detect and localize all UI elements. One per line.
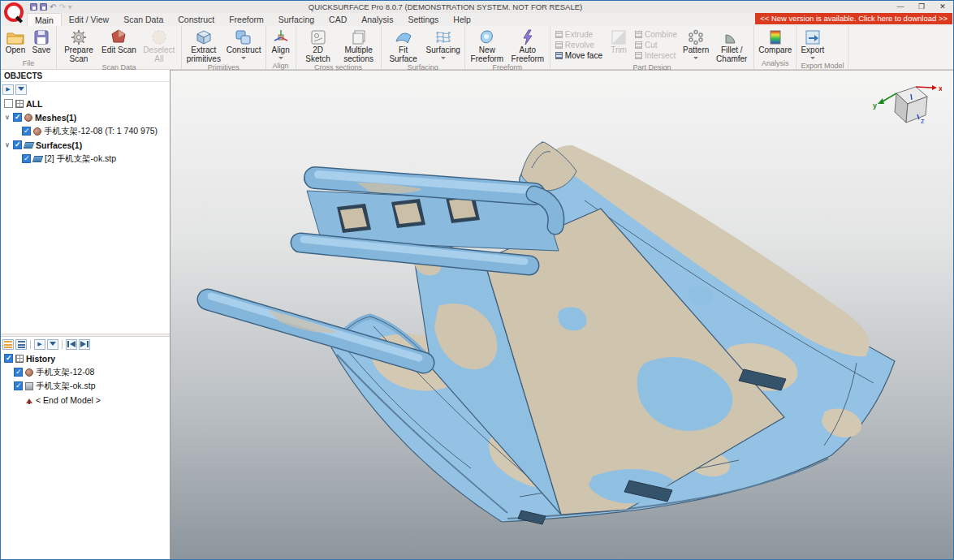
update-banner[interactable]: << New version is available. Click here …: [755, 13, 952, 24]
move-face-button[interactable]: Move face: [554, 50, 604, 61]
history-row-root[interactable]: History: [1, 351, 170, 365]
quick-access-toolbar: ↶ ↷ ▾: [30, 2, 72, 12]
deselect-all-button[interactable]: Deselect All: [139, 27, 179, 63]
align-button[interactable]: Align: [268, 27, 294, 62]
app-logo-icon[interactable]: [4, 2, 24, 22]
checkbox[interactable]: [4, 99, 13, 108]
viewport-3d[interactable]: x y z: [171, 70, 953, 559]
ribbon-group-export-model: Export Export Model: [796, 26, 848, 69]
tab-construct[interactable]: Construct: [171, 13, 222, 26]
minimize-button[interactable]: —: [890, 1, 911, 13]
surface-icon: [24, 142, 35, 149]
checkbox[interactable]: [14, 381, 23, 390]
fit-surface-button[interactable]: Fit Surface: [383, 27, 424, 63]
collapse-arrow-icon[interactable]: ∨: [4, 114, 11, 121]
tab-cad[interactable]: CAD: [322, 13, 354, 26]
tab-edit-view[interactable]: Edit / View: [62, 13, 116, 26]
collapse-arrow-icon[interactable]: ∨: [4, 141, 11, 149]
prepare-scan-button[interactable]: Prepare Scan: [58, 27, 99, 63]
history-row-end-of-model[interactable]: < End of Model >: [1, 393, 170, 407]
undo-icon[interactable]: ↶: [50, 3, 56, 11]
checkbox[interactable]: [22, 154, 31, 163]
mesh-icon: [24, 114, 32, 122]
multiple-sections-button[interactable]: Multiple sections: [339, 27, 379, 63]
trim-button[interactable]: Trim: [606, 27, 632, 55]
construct-button[interactable]: Construct: [224, 27, 264, 63]
app-window: ↶ ↷ ▾ QUICKSURFACE Pro 8.0.7 (DEMONSTRAT…: [0, 0, 954, 560]
filter-icon[interactable]: [15, 84, 27, 95]
dashed-circle-icon: [151, 28, 167, 46]
2d-sketch-button[interactable]: 2D Sketch: [298, 27, 339, 63]
checkbox[interactable]: [4, 354, 13, 363]
pattern-button[interactable]: Pattern: [680, 27, 711, 62]
tab-scan-data[interactable]: Scan Data: [116, 13, 171, 26]
filter-icon[interactable]: [47, 339, 58, 350]
tree-row-all[interactable]: ALL: [1, 97, 170, 110]
intersect-button[interactable]: Intersect: [633, 50, 679, 61]
mesh-icon: [33, 127, 41, 136]
orientation-gizmo[interactable]: x y z: [872, 77, 942, 134]
export-button[interactable]: Export: [798, 27, 827, 62]
title-bar: ↶ ↷ ▾ QUICKSURFACE Pro 8.0.7 (DEMONSTRAT…: [1, 1, 953, 13]
redo-icon[interactable]: ↷: [58, 3, 65, 11]
edit-scan-button[interactable]: Edit Scan: [99, 27, 139, 63]
toolbar-options-icon[interactable]: ▾: [68, 3, 72, 11]
new-freeform-button[interactable]: New Freeform: [467, 27, 507, 63]
cut-icon: [635, 41, 642, 49]
revolve-button[interactable]: Revolve: [554, 40, 604, 50]
show-all-icon[interactable]: ▶: [2, 84, 14, 95]
checkbox[interactable]: [22, 127, 31, 136]
checkbox[interactable]: [13, 140, 22, 149]
ribbon-group-scan-data: Prepare Scan Edit Scan Deselect All Scan…: [57, 26, 182, 69]
tree-view-icon[interactable]: [15, 339, 27, 350]
tree-row-surfaces[interactable]: ∨ Surfaces(1): [1, 138, 170, 152]
history-row-mesh[interactable]: 手机支架-12-08: [1, 365, 170, 379]
tab-analysis[interactable]: Analysis: [354, 13, 400, 26]
auto-freeform-button[interactable]: Auto Freeform: [507, 27, 548, 63]
tab-settings[interactable]: Settings: [400, 13, 446, 26]
patch-icon: [395, 28, 412, 46]
checkbox[interactable]: [14, 368, 23, 377]
history-row-part[interactable]: 手机支架-ok.stp: [1, 379, 170, 393]
tab-freeform[interactable]: Freeform: [222, 13, 271, 26]
extrude-button[interactable]: Extrude: [554, 29, 604, 40]
mesh-gem-icon: [110, 28, 127, 46]
skip-to-start-icon[interactable]: [66, 339, 77, 350]
tree-row-mesh-item[interactable]: 手机支架-12-08 (T: 1 740 975): [1, 124, 170, 138]
compare-button[interactable]: Compare: [756, 27, 794, 59]
extrude-icon: [555, 31, 563, 38]
show-all-icon[interactable]: ▶: [34, 339, 45, 350]
close-button[interactable]: ✕: [932, 1, 953, 13]
ribbon-group-part-design: Extrude Revolve Move face Trim Combine C…: [550, 26, 754, 69]
open-button[interactable]: Open: [2, 27, 28, 59]
surfacing-button[interactable]: Surfacing: [424, 27, 463, 63]
combine-button[interactable]: Combine: [633, 29, 679, 40]
extract-primitives-button[interactable]: Extract primitives: [183, 27, 224, 63]
maximize-button[interactable]: ❐: [911, 1, 932, 13]
ribbon-group-align: Align Align: [266, 26, 296, 69]
save-icon[interactable]: [30, 3, 37, 11]
axis-z-label: z: [921, 117, 925, 125]
save-button[interactable]: Save: [28, 27, 54, 59]
cube-icon: [196, 28, 212, 46]
tab-help[interactable]: Help: [446, 13, 478, 26]
sidebar: OBJECTS ▶ ALL ∨ Meshes(1) 手机支架-12-08 (T:…: [1, 70, 171, 559]
tree-row-meshes[interactable]: ∨ Meshes(1): [1, 110, 170, 124]
window-title: QUICKSURFACE Pro 8.0.7 (DEMONSTRATION SY…: [1, 2, 890, 11]
chevron-down-icon: [441, 57, 446, 62]
ribbon-group-surfacing: Fit Surface Surfacing Surfacing: [382, 26, 465, 69]
save-as-icon[interactable]: [40, 3, 47, 11]
trim-icon: [611, 28, 627, 46]
fillet-chamfer-button[interactable]: Fillet / Chamfer: [711, 27, 752, 63]
move-face-icon: [555, 52, 563, 59]
checkbox[interactable]: [13, 113, 22, 122]
tab-surfacing[interactable]: Surfacing: [271, 13, 322, 26]
ribbon-group-cross-sections: 2D Sketch Multiple sections Cross sectio…: [296, 26, 382, 69]
ribbon-group-primitives: Extract primitives Construct Primitives: [182, 26, 266, 69]
model-phone-stand[interactable]: [171, 71, 953, 559]
tree-row-surface-item[interactable]: [2] 手机支架-ok.stp: [1, 152, 170, 166]
cut-button[interactable]: Cut: [633, 40, 679, 50]
tab-main[interactable]: Main: [27, 13, 62, 26]
list-view-icon[interactable]: [2, 339, 14, 350]
skip-to-end-icon[interactable]: [79, 339, 90, 350]
